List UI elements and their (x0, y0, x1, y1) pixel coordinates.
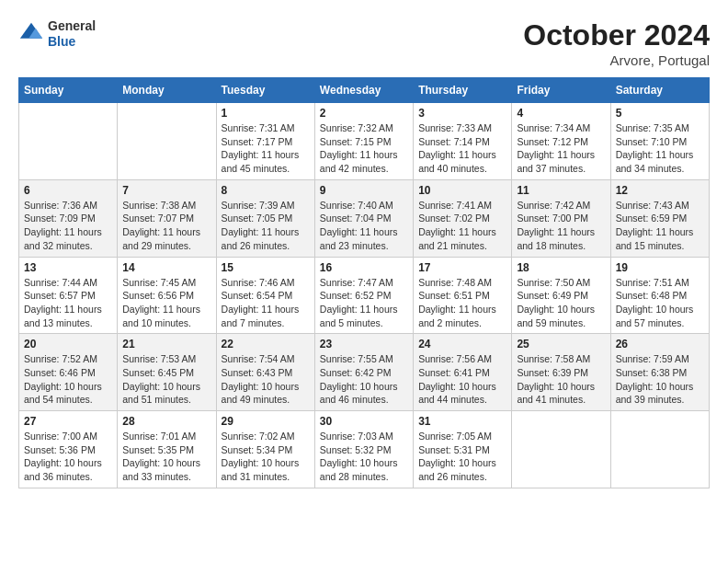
day-info: Sunrise: 7:00 AMSunset: 5:36 PMDaylight:… (24, 430, 112, 484)
day-number: 1 (222, 107, 310, 120)
calendar-cell: 19Sunrise: 7:51 AMSunset: 6:48 PMDayligh… (610, 257, 709, 334)
day-info: Sunrise: 7:05 AMSunset: 5:31 PMDaylight:… (418, 430, 506, 484)
day-info: Sunrise: 7:33 AMSunset: 7:14 PMDaylight:… (418, 121, 506, 176)
calendar-cell (19, 103, 118, 180)
calendar-week-4: 27Sunrise: 7:00 AMSunset: 5:36 PMDayligh… (19, 411, 710, 488)
calendar-cell: 21Sunrise: 7:53 AMSunset: 6:45 PMDayligh… (118, 334, 216, 411)
day-info: Sunrise: 7:45 AMSunset: 6:56 PMDaylight:… (122, 276, 210, 330)
calendar-cell: 24Sunrise: 7:56 AMSunset: 6:41 PMDayligh… (414, 334, 512, 411)
day-info: Sunrise: 7:47 AMSunset: 6:52 PMDaylight:… (320, 276, 408, 330)
col-sunday: Sunday (19, 78, 118, 103)
day-info: Sunrise: 7:32 AMSunset: 7:15 PMDaylight:… (320, 121, 408, 176)
day-info: Sunrise: 7:35 AMSunset: 7:10 PMDaylight:… (616, 121, 704, 176)
calendar-cell: 26Sunrise: 7:59 AMSunset: 6:38 PMDayligh… (610, 334, 709, 411)
day-number: 27 (24, 415, 112, 428)
calendar-cell: 4Sunrise: 7:34 AMSunset: 7:12 PMDaylight… (512, 103, 610, 180)
logo-blue: Blue (48, 34, 96, 50)
title-block: October 2024 Arvore, Portugal (523, 18, 710, 68)
day-number: 14 (122, 261, 210, 274)
day-number: 20 (24, 338, 112, 350)
calendar-cell: 25Sunrise: 7:58 AMSunset: 6:39 PMDayligh… (512, 334, 610, 411)
day-number: 29 (222, 415, 310, 428)
day-number: 23 (320, 338, 408, 350)
day-number: 3 (418, 107, 506, 120)
day-number: 22 (222, 338, 310, 350)
calendar-cell: 14Sunrise: 7:45 AMSunset: 6:56 PMDayligh… (118, 257, 216, 334)
day-info: Sunrise: 7:38 AMSunset: 7:07 PMDaylight:… (122, 199, 210, 253)
day-info: Sunrise: 7:58 AMSunset: 6:39 PMDaylight:… (517, 352, 605, 407)
logo-icon (18, 21, 44, 47)
calendar-cell: 18Sunrise: 7:50 AMSunset: 6:49 PMDayligh… (512, 257, 610, 334)
day-info: Sunrise: 7:53 AMSunset: 6:45 PMDaylight:… (122, 352, 210, 407)
calendar-cell: 31Sunrise: 7:05 AMSunset: 5:31 PMDayligh… (414, 411, 512, 488)
calendar-cell: 8Sunrise: 7:39 AMSunset: 7:05 PMDaylight… (216, 179, 314, 257)
day-info: Sunrise: 7:52 AMSunset: 6:46 PMDaylight:… (24, 352, 112, 407)
page-header: General Blue October 2024 Arvore, Portug… (18, 18, 710, 68)
calendar-cell (610, 411, 709, 488)
day-info: Sunrise: 7:03 AMSunset: 5:32 PMDaylight:… (320, 430, 408, 484)
day-info: Sunrise: 7:54 AMSunset: 6:43 PMDaylight:… (222, 352, 310, 407)
day-number: 11 (517, 184, 605, 197)
calendar-cell: 1Sunrise: 7:31 AMSunset: 7:17 PMDaylight… (216, 103, 314, 180)
day-info: Sunrise: 7:31 AMSunset: 7:17 PMDaylight:… (222, 121, 310, 176)
day-number: 21 (122, 338, 210, 350)
day-number: 6 (24, 184, 112, 197)
col-friday: Friday (512, 78, 610, 103)
calendar-cell: 2Sunrise: 7:32 AMSunset: 7:15 PMDaylight… (314, 103, 413, 180)
calendar-cell: 7Sunrise: 7:38 AMSunset: 7:07 PMDaylight… (118, 179, 216, 257)
calendar-cell (118, 103, 216, 180)
calendar-header: Sunday Monday Tuesday Wednesday Thursday… (19, 78, 710, 103)
calendar-cell: 5Sunrise: 7:35 AMSunset: 7:10 PMDaylight… (610, 103, 709, 180)
day-info: Sunrise: 7:01 AMSunset: 5:35 PMDaylight:… (122, 430, 210, 484)
day-number: 9 (320, 184, 408, 197)
calendar-cell: 10Sunrise: 7:41 AMSunset: 7:02 PMDayligh… (414, 179, 512, 257)
calendar-cell: 13Sunrise: 7:44 AMSunset: 6:57 PMDayligh… (19, 257, 118, 334)
calendar-cell: 15Sunrise: 7:46 AMSunset: 6:54 PMDayligh… (216, 257, 314, 334)
day-info: Sunrise: 7:42 AMSunset: 7:00 PMDaylight:… (517, 199, 605, 253)
day-number: 4 (517, 107, 605, 120)
calendar-cell: 3Sunrise: 7:33 AMSunset: 7:14 PMDaylight… (414, 103, 512, 180)
col-thursday: Thursday (414, 78, 512, 103)
logo-general: General (48, 18, 96, 34)
day-info: Sunrise: 7:40 AMSunset: 7:04 PMDaylight:… (320, 199, 408, 253)
calendar-cell (512, 411, 610, 488)
day-number: 17 (418, 261, 506, 274)
day-info: Sunrise: 7:46 AMSunset: 6:54 PMDaylight:… (222, 276, 310, 330)
day-info: Sunrise: 7:48 AMSunset: 6:51 PMDaylight:… (418, 276, 506, 330)
day-number: 13 (24, 261, 112, 274)
day-number: 7 (122, 184, 210, 197)
calendar-cell: 27Sunrise: 7:00 AMSunset: 5:36 PMDayligh… (19, 411, 118, 488)
calendar-cell: 9Sunrise: 7:40 AMSunset: 7:04 PMDaylight… (314, 179, 413, 257)
day-info: Sunrise: 7:51 AMSunset: 6:48 PMDaylight:… (616, 276, 704, 330)
col-wednesday: Wednesday (314, 78, 413, 103)
calendar-cell: 16Sunrise: 7:47 AMSunset: 6:52 PMDayligh… (314, 257, 413, 334)
day-info: Sunrise: 7:55 AMSunset: 6:42 PMDaylight:… (320, 352, 408, 407)
day-number: 15 (222, 261, 310, 274)
calendar-week-0: 1Sunrise: 7:31 AMSunset: 7:17 PMDaylight… (19, 103, 710, 180)
day-number: 5 (616, 107, 704, 120)
month-title: October 2024 (523, 18, 710, 52)
day-number: 8 (222, 184, 310, 197)
day-number: 2 (320, 107, 408, 120)
location: Arvore, Portugal (523, 52, 710, 68)
day-number: 12 (616, 184, 704, 197)
calendar-cell: 23Sunrise: 7:55 AMSunset: 6:42 PMDayligh… (314, 334, 413, 411)
calendar-body: 1Sunrise: 7:31 AMSunset: 7:17 PMDaylight… (19, 103, 710, 488)
calendar-cell: 12Sunrise: 7:43 AMSunset: 6:59 PMDayligh… (610, 179, 709, 257)
day-info: Sunrise: 7:50 AMSunset: 6:49 PMDaylight:… (517, 276, 605, 330)
calendar-week-3: 20Sunrise: 7:52 AMSunset: 6:46 PMDayligh… (19, 334, 710, 411)
day-number: 25 (517, 338, 605, 350)
calendar-week-2: 13Sunrise: 7:44 AMSunset: 6:57 PMDayligh… (19, 257, 710, 334)
day-number: 26 (616, 338, 704, 350)
calendar-cell: 29Sunrise: 7:02 AMSunset: 5:34 PMDayligh… (216, 411, 314, 488)
header-row: Sunday Monday Tuesday Wednesday Thursday… (19, 78, 710, 103)
calendar-cell: 28Sunrise: 7:01 AMSunset: 5:35 PMDayligh… (118, 411, 216, 488)
calendar-cell: 17Sunrise: 7:48 AMSunset: 6:51 PMDayligh… (414, 257, 512, 334)
logo: General Blue (18, 18, 96, 50)
calendar-table: Sunday Monday Tuesday Wednesday Thursday… (18, 77, 710, 488)
day-number: 18 (517, 261, 605, 274)
day-number: 28 (122, 415, 210, 428)
day-info: Sunrise: 7:43 AMSunset: 6:59 PMDaylight:… (616, 199, 704, 253)
day-number: 31 (418, 415, 506, 428)
col-tuesday: Tuesday (216, 78, 314, 103)
